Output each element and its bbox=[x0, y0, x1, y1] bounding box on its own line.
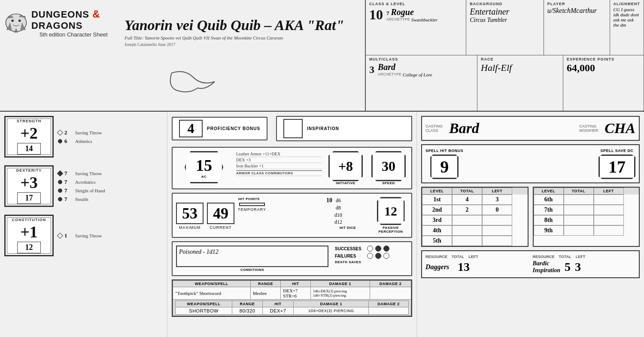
str-athletics-name: Athletics bbox=[75, 139, 92, 144]
con-saving-throw: 1 Saving Throw bbox=[58, 232, 163, 239]
hit-dice-box: 10 d6 d8 d10 d12 HIT DICE bbox=[326, 197, 369, 230]
ac-detail-1: DEX +3 bbox=[236, 157, 322, 163]
resources-section: RESOURCE TOTAL LEFT Daggers 13 RESOURCE … bbox=[421, 250, 640, 278]
casting-modifier-label: CASTING MODIFIER bbox=[579, 124, 598, 133]
weapons-col-range: RANGE bbox=[250, 281, 281, 287]
strength-row: STRENGTH +2 14 2 Saving Throw 6 A bbox=[4, 116, 163, 158]
death-saves-section: Poisoned - 1d12 CONDITIONS SUCCESSES FAI… bbox=[172, 241, 412, 276]
dex-sleight-value: 7 bbox=[64, 187, 73, 194]
combat-stats: 15 AC Leather Armor +11+DEX DEX +3 Iron … bbox=[172, 147, 412, 189]
hp-max-label: MAXIMUM bbox=[179, 225, 201, 230]
str-athletics-indicator bbox=[58, 139, 62, 143]
ability-scores-panel: STRENGTH +2 14 2 Saving Throw 6 A bbox=[0, 112, 167, 337]
hp-section: HIT POINTS 53 MAXIMUM 49 CURRENT TEMPOR bbox=[172, 193, 412, 238]
initiative-label: INITIATIVE bbox=[336, 181, 355, 185]
dnd-subtitle: 5th edition Character Sheet bbox=[39, 31, 107, 38]
hp-current-label: CURRENT bbox=[210, 225, 232, 230]
rogue-level: 7 bbox=[386, 10, 389, 17]
con-save-indicator bbox=[57, 232, 63, 238]
hp-temp bbox=[239, 203, 265, 206]
slot-2nd-left: 0 bbox=[482, 205, 512, 215]
weapons-table: WEAPON/SPELL RANGE HIT DAMAGE 1 DAMAGE 2… bbox=[173, 280, 411, 316]
weapon-1-dmg2 bbox=[369, 307, 409, 315]
svg-point-1 bbox=[11, 19, 13, 21]
weapons-col2-dmg2: DAMAGE 2 bbox=[369, 301, 409, 307]
resource-0-name: Daggers bbox=[425, 263, 449, 271]
weapons-col2-dmg1: DAMAGE 1 bbox=[294, 301, 369, 307]
dex-save-indicator bbox=[57, 170, 63, 176]
center-panel: 4 PROFICIENCY BONUS INSPIRATION 15 AC bbox=[167, 112, 416, 337]
class-name: Rogue bbox=[391, 7, 414, 17]
alignment-value: CG I guess idk dude dont ask me ask the … bbox=[614, 7, 641, 27]
con-save-name: Saving Throw bbox=[75, 233, 102, 238]
dex-acrobatics-value: 7 bbox=[64, 179, 73, 185]
resource-0-left: 13 bbox=[458, 260, 470, 274]
res2-label-left: LEFT bbox=[576, 255, 586, 259]
player-label: PLAYER bbox=[547, 2, 606, 6]
passive-perception-value: 12 bbox=[384, 204, 397, 219]
dex-stealth-name: Stealth bbox=[75, 197, 88, 202]
slot-9th-level: 9th bbox=[534, 225, 564, 236]
spell-hit-value: 9 bbox=[430, 155, 459, 179]
casting-class-value: Bard bbox=[449, 120, 479, 137]
constitution-modifier: +1 bbox=[20, 224, 38, 240]
slots-r-header-left: LEFT bbox=[594, 188, 624, 194]
casting-header: CASTING CLASS Bard CASTING MODIFIER CHA bbox=[421, 116, 640, 141]
spells-panel: CASTING CLASS Bard CASTING MODIFIER CHA … bbox=[416, 112, 644, 337]
slot-2nd-level: 2nd bbox=[422, 205, 452, 215]
resource-1-name: Bardic Inspiration bbox=[533, 260, 561, 274]
slot-3rd-left bbox=[482, 215, 512, 225]
proficiency-label: PROFICIENCY BONUS bbox=[207, 126, 260, 131]
res-label-total: TOTAL bbox=[452, 255, 464, 259]
character-full-title: Full Title: Yanorin Spoons vei Quib Quib… bbox=[125, 35, 365, 40]
slot-6th-level: 6th bbox=[534, 194, 564, 205]
spell-slots-container: LEVEL TOTAL LEFT 1st 4 3 2nd 2 0 bbox=[421, 187, 640, 247]
str-save-value: 2 bbox=[64, 129, 73, 136]
strength-modifier: +2 bbox=[20, 125, 38, 141]
str-save-name: Saving Throw bbox=[75, 130, 102, 135]
slots-r-header-total: TOTAL bbox=[564, 188, 594, 194]
str-athletics-value: 6 bbox=[64, 138, 73, 145]
weapon-1-range: 80/320 bbox=[232, 307, 263, 315]
slots-header-left: LEFT bbox=[482, 188, 512, 194]
weapon-0-dmg2 bbox=[370, 287, 411, 300]
dexterity-score: 17 bbox=[17, 192, 41, 204]
multiclass-name: Bard bbox=[378, 62, 395, 72]
slot-4th-level: 4th bbox=[422, 225, 452, 236]
race-value: Half-Elf bbox=[481, 62, 559, 73]
weapons-col-name: WEAPON/SPELL bbox=[173, 281, 251, 287]
slot-1st-level: 1st bbox=[422, 194, 452, 205]
strength-block: STRENGTH +2 14 bbox=[4, 116, 54, 158]
inspiration-label: INSPIRATION bbox=[307, 126, 339, 131]
casting-class-label: CASTING CLASS bbox=[425, 124, 443, 133]
weapons-section: WEAPON/SPELL RANGE HIT DAMAGE 1 DAMAGE 2… bbox=[172, 279, 412, 317]
background-label: BACKGROUND bbox=[470, 2, 540, 6]
slot-4th-left bbox=[482, 225, 512, 236]
weapons-col-hit: HIT bbox=[281, 281, 310, 287]
ac-detail-2: Iron Buckler +1 bbox=[236, 163, 322, 169]
res2-label-resource: RESOURCE bbox=[533, 255, 555, 259]
slot-5th-left bbox=[482, 236, 512, 246]
weapon-row-1: WEAPON/SPELL RANGE HIT DAMAGE 1 DAMAGE 2… bbox=[173, 300, 411, 316]
ac-details: Leather Armor +11+DEX DEX +3 Iron Buckle… bbox=[236, 151, 322, 176]
weapon-0-name: "Toothpick" Shortsword bbox=[173, 287, 251, 300]
slot-9th-left bbox=[594, 225, 624, 236]
archetype-label: ARCHETYPE bbox=[386, 17, 410, 22]
resource-daggers: RESOURCE TOTAL LEFT Daggers 13 bbox=[425, 255, 529, 274]
conditions-text: Poisoned - 1d12 bbox=[176, 246, 328, 267]
slot-5th-total bbox=[452, 236, 482, 246]
dex-sleight: 7 Sleight of Hand bbox=[58, 187, 163, 194]
hp-current: 49 bbox=[207, 203, 234, 224]
death-saves-label: DEATH SAVES bbox=[335, 260, 408, 264]
weapons-col-dmg1: DAMAGE 1 bbox=[310, 281, 370, 287]
weapon-1-hit: DEX+7 bbox=[262, 307, 293, 315]
casting-modifier-value: CHA bbox=[605, 120, 635, 137]
passive-perception-box: 12 PASSIVE PERCEPTION bbox=[374, 197, 408, 234]
dnd-title: DUNGEONS & DRAGONS bbox=[31, 8, 116, 31]
str-saving-throw: 2 Saving Throw bbox=[58, 129, 163, 136]
slot-8th-level: 8th bbox=[534, 215, 564, 225]
slot-1st-total: 4 bbox=[452, 194, 482, 205]
slot-5th-level: 5th bbox=[422, 236, 452, 246]
res2-label-total: TOTAL bbox=[559, 255, 571, 259]
conditions-label: CONDITIONS bbox=[176, 268, 328, 272]
